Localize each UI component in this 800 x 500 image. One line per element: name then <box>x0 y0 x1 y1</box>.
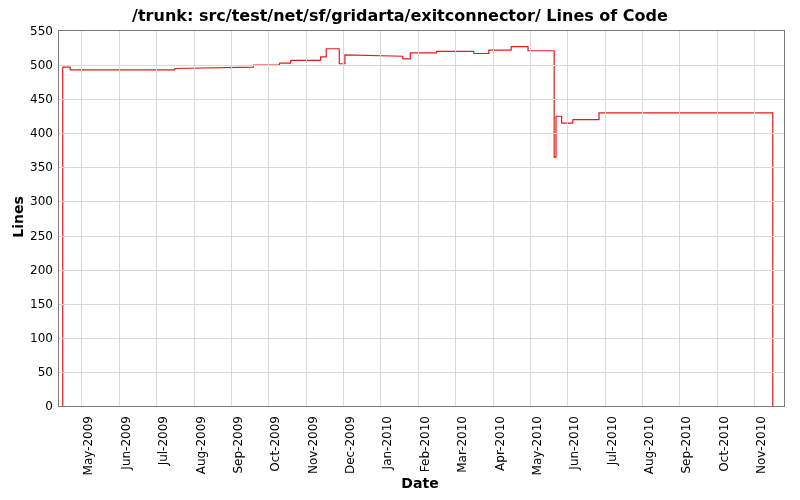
y-tick-label: 150 <box>30 297 59 311</box>
x-tick-label: Aug-2009 <box>194 416 208 474</box>
x-tick-label: Nov-2010 <box>754 416 768 474</box>
gridline-vertical <box>156 31 157 406</box>
y-tick-label: 400 <box>30 126 59 140</box>
gridline-vertical <box>455 31 456 406</box>
gridline-horizontal <box>59 167 784 168</box>
x-tick-label: May-2010 <box>530 416 544 475</box>
gridline-vertical <box>679 31 680 406</box>
gridline-vertical <box>231 31 232 406</box>
gridline-horizontal <box>59 236 784 237</box>
gridline-vertical <box>418 31 419 406</box>
y-tick-label: 500 <box>30 58 59 72</box>
y-tick-label: 200 <box>30 263 59 277</box>
x-tick-label: Nov-2009 <box>306 416 320 474</box>
chart-root: /trunk: src/test/net/sf/gridarta/exitcon… <box>0 0 800 500</box>
gridline-vertical <box>119 31 120 406</box>
gridline-vertical <box>194 31 195 406</box>
x-axis-label: Date <box>401 475 438 491</box>
x-tick-label: Aug-2010 <box>642 416 656 474</box>
gridline-vertical <box>717 31 718 406</box>
x-tick-label: Apr-2010 <box>493 416 507 471</box>
x-tick-label: Jan-2010 <box>380 416 394 469</box>
y-tick-label: 300 <box>30 194 59 208</box>
y-tick-label: 450 <box>30 92 59 106</box>
gridline-vertical <box>605 31 606 406</box>
gridline-vertical <box>642 31 643 406</box>
chart-title: /trunk: src/test/net/sf/gridarta/exitcon… <box>0 6 800 25</box>
line-series <box>59 31 784 406</box>
x-tick-label: Oct-2010 <box>717 416 731 472</box>
x-tick-label: Feb-2010 <box>418 416 432 472</box>
y-tick-label: 350 <box>30 160 59 174</box>
gridline-horizontal <box>59 338 784 339</box>
x-tick-label: Sep-2010 <box>679 416 693 474</box>
gridline-vertical <box>306 31 307 406</box>
x-tick-label: Oct-2009 <box>268 416 282 472</box>
x-tick-label: Dec-2009 <box>343 416 357 474</box>
x-tick-label: Mar-2010 <box>455 416 469 473</box>
gridline-horizontal <box>59 133 784 134</box>
gridline-vertical <box>380 31 381 406</box>
y-tick-label: 550 <box>30 24 59 38</box>
gridline-vertical <box>567 31 568 406</box>
y-tick-label: 250 <box>30 229 59 243</box>
gridline-vertical <box>268 31 269 406</box>
y-tick-label: 0 <box>45 399 59 413</box>
gridline-vertical <box>81 31 82 406</box>
gridline-horizontal <box>59 65 784 66</box>
gridline-vertical <box>343 31 344 406</box>
x-tick-label: Sep-2009 <box>231 416 245 474</box>
x-tick-label: Jun-2009 <box>119 416 133 470</box>
x-tick-label: May-2009 <box>81 416 95 475</box>
gridline-vertical <box>493 31 494 406</box>
gridline-horizontal <box>59 304 784 305</box>
gridline-horizontal <box>59 99 784 100</box>
y-tick-label: 100 <box>30 331 59 345</box>
gridline-horizontal <box>59 270 784 271</box>
x-tick-label: Jun-2010 <box>567 416 581 470</box>
y-axis-label: Lines <box>10 196 26 238</box>
gridline-vertical <box>530 31 531 406</box>
gridline-horizontal <box>59 372 784 373</box>
plot-area: 050100150200250300350400450500550May-200… <box>58 30 785 407</box>
y-tick-label: 50 <box>38 365 59 379</box>
x-tick-label: Jul-2010 <box>605 416 619 465</box>
gridline-vertical <box>754 31 755 406</box>
gridline-horizontal <box>59 201 784 202</box>
x-tick-label: Jul-2009 <box>156 416 170 465</box>
